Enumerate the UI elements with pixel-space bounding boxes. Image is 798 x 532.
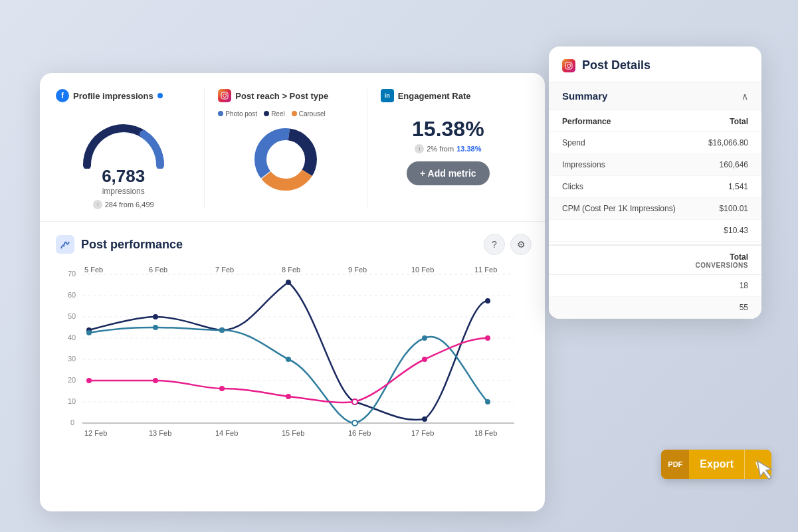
svg-text:5 Feb: 5 Feb — [84, 266, 103, 274]
linkedin-icon: in — [381, 89, 394, 102]
svg-text:↑: ↑ — [418, 146, 421, 152]
gauge-change-text: 284 from 6,499 — [105, 201, 154, 209]
svg-text:↑: ↑ — [96, 202, 99, 208]
conv-total-label: Total — [696, 252, 748, 262]
col-total: Total — [693, 110, 761, 132]
performance-section: Post performance ? ⚙ 70 60 50 40 30 20 1… — [40, 222, 545, 461]
svg-point-61 — [485, 335, 490, 341]
gear-icon[interactable]: ⚙ — [510, 234, 532, 255]
svg-text:6 Feb: 6 Feb — [149, 266, 167, 274]
chart-area: 70 60 50 40 30 20 10 0 — [56, 264, 529, 450]
cursor-icon — [752, 455, 781, 488]
svg-point-50 — [219, 327, 225, 333]
svg-rect-62 — [565, 62, 572, 69]
value-clicks: 1,541 — [693, 176, 761, 198]
table-row: Clicks 1,541 — [549, 176, 761, 198]
metric-clicks: Clicks — [549, 176, 693, 198]
metric-extra — [549, 220, 693, 242]
instagram-icon — [218, 89, 231, 102]
conversions-table: 18 55 — [549, 275, 761, 319]
legend-reel: Reel — [264, 110, 285, 118]
summary-chevron-icon[interactable]: ∧ — [742, 91, 748, 102]
svg-text:16 Feb: 16 Feb — [348, 429, 371, 437]
post-details-card: Post Details Summary ∧ Performance Total… — [549, 46, 761, 319]
svg-point-63 — [567, 64, 571, 67]
details-instagram-icon — [562, 59, 575, 72]
eng-change-pct: 2% from — [427, 145, 454, 153]
donut-chart — [249, 123, 322, 196]
col-performance: Performance — [549, 110, 693, 132]
engagement-label: Engagement Rate — [398, 91, 471, 101]
engagement-value: 15.38% — [412, 117, 484, 141]
svg-point-58 — [286, 394, 291, 399]
svg-point-47 — [485, 298, 490, 304]
table-row: 18 — [549, 275, 761, 297]
line-chart: 70 60 50 40 30 20 10 0 — [56, 264, 521, 450]
svg-point-46 — [422, 416, 427, 422]
svg-text:10 Feb: 10 Feb — [411, 266, 434, 274]
conv-metric-1 — [549, 275, 640, 297]
legend-carousel: Carousel — [292, 110, 326, 118]
svg-text:70: 70 — [68, 270, 76, 278]
svg-point-54 — [485, 399, 490, 404]
profile-impressions-label: Profile impressions — [73, 91, 153, 101]
metrics-row: f Profile impressions 6,783 impressions — [40, 73, 545, 222]
change-arrow-icon: ↑ — [93, 200, 102, 209]
metric-cpm: CPM (Cost Per 1K Impressions) — [549, 198, 693, 220]
add-metric-button[interactable]: + Add metric — [407, 161, 490, 185]
performance-title: Post performance — [81, 238, 183, 252]
svg-text:50: 50 — [68, 312, 76, 320]
table-row: $10.43 — [549, 220, 761, 242]
profile-impressions-header: f Profile impressions — [56, 89, 191, 102]
svg-text:8 Feb: 8 Feb — [282, 266, 300, 274]
svg-text:9 Feb: 9 Feb — [348, 266, 367, 274]
svg-point-8 — [268, 142, 303, 177]
svg-text:11 Feb: 11 Feb — [474, 266, 497, 274]
svg-point-60 — [422, 357, 427, 362]
value-impressions: 160,646 — [693, 154, 761, 176]
svg-point-48 — [86, 330, 92, 335]
value-cpm: $100.01 — [693, 198, 761, 220]
status-dot — [157, 93, 163, 98]
svg-point-56 — [153, 378, 158, 383]
table-row: Spend $16,066.80 — [549, 132, 761, 154]
eng-change-from: 13.38% — [456, 145, 481, 153]
summary-table: Performance Total Spend $16,066.80 Impre… — [549, 110, 761, 242]
svg-text:17 Feb: 17 Feb — [411, 429, 434, 437]
details-title: Post Details — [582, 58, 650, 72]
svg-text:30: 30 — [68, 355, 76, 363]
svg-rect-2 — [221, 92, 228, 99]
profile-impressions-panel: f Profile impressions 6,783 impressions — [56, 89, 205, 209]
svg-text:20: 20 — [68, 376, 76, 384]
svg-point-44 — [286, 280, 291, 285]
export-pdf-badge: PDF — [661, 450, 689, 479]
svg-point-53 — [422, 335, 427, 341]
gauge-unit: impressions — [102, 187, 145, 196]
value-extra: $10.43 — [693, 220, 761, 242]
summary-section: Summary ∧ Performance Total Spend $16,06… — [549, 82, 761, 319]
details-header: Post Details — [549, 46, 761, 82]
svg-text:14 Feb: 14 Feb — [215, 429, 238, 437]
post-reach-label: Post reach > Post type — [235, 91, 328, 101]
help-icon[interactable]: ? — [484, 234, 505, 255]
svg-text:10: 10 — [68, 397, 76, 405]
svg-point-57 — [219, 386, 225, 391]
summary-title: Summary — [562, 90, 607, 102]
svg-point-4 — [226, 94, 227, 95]
svg-text:12 Feb: 12 Feb — [84, 429, 107, 437]
performance-icon — [56, 235, 74, 254]
gauge-container: 6,783 impressions ↑ 284 from 6,499 — [56, 110, 191, 209]
engagement-header: in Engagement Rate — [381, 89, 516, 102]
svg-text:40: 40 — [68, 333, 76, 341]
donut-legend: Photo post Reel Carousel — [218, 110, 353, 118]
eng-change-icon: ↑ — [415, 144, 424, 153]
metric-impressions: Impressions — [549, 154, 693, 176]
conv-conversions-label: CONVERSIONS — [696, 262, 748, 269]
post-reach-header: Post reach > Post type — [218, 89, 353, 102]
svg-point-42 — [153, 314, 158, 319]
svg-text:7 Feb: 7 Feb — [215, 266, 234, 274]
svg-point-3 — [223, 94, 227, 98]
svg-text:60: 60 — [68, 291, 76, 299]
engagement-panel: 15.38% ↑ 2% from 13.38% + Add metric — [381, 110, 516, 185]
conversions-section: Total CONVERSIONS 18 55 — [549, 244, 761, 319]
